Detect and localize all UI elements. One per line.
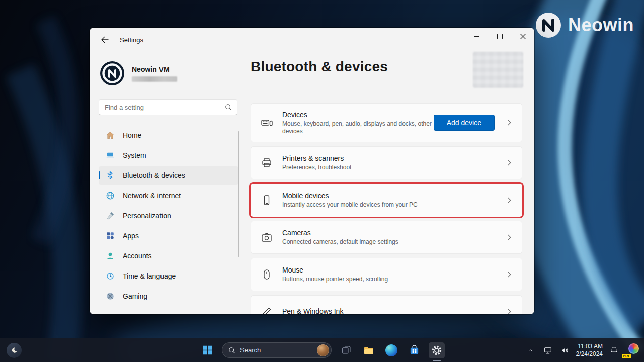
printer-icon <box>260 157 273 169</box>
settings-window: Settings <box>90 28 534 314</box>
sidebar-item-network-internet[interactable]: Network & internet <box>99 187 238 205</box>
taskbar-center: Search <box>199 342 445 358</box>
neowin-wordmark: Neowin <box>568 15 634 36</box>
store-button[interactable] <box>406 342 422 358</box>
main-content: Bluetooth & devices Devices <box>245 52 534 314</box>
insider-pinwheel-icon <box>628 343 639 354</box>
sidebar-item-label: System <box>123 151 146 159</box>
desktop: Neowin Settings <box>0 0 644 362</box>
taskbar-search[interactable]: Search <box>222 342 332 358</box>
search-icon <box>228 347 235 354</box>
settings-taskbar-button[interactable] <box>429 342 445 358</box>
sidebar-item-gaming[interactable]: Gaming <box>99 287 238 305</box>
notification-bell-button[interactable] <box>608 343 620 358</box>
card-devices[interactable]: Devices Mouse, keyboard, pen, audio, dis… <box>251 103 522 142</box>
moon-icon <box>10 346 18 354</box>
chevron-right-icon <box>506 197 513 204</box>
card-mobile-devices[interactable]: Mobile devices Instantly access your mob… <box>251 184 522 217</box>
gear-icon <box>431 345 442 356</box>
personalization-icon <box>106 211 115 220</box>
chevron-right-icon <box>506 119 513 126</box>
sidebar-item-label: Home <box>123 131 141 139</box>
sidebar: Neowin VM Home <box>90 52 245 314</box>
window-title: Settings <box>120 36 143 44</box>
card-title: Cameras <box>282 229 398 237</box>
chevron-right-icon <box>506 308 513 314</box>
accounts-icon <box>106 251 115 260</box>
sidebar-scrollbar[interactable] <box>238 131 239 257</box>
chevron-up-icon <box>527 347 534 354</box>
user-account[interactable]: Neowin VM <box>100 61 237 86</box>
sidebar-item-label: Network & internet <box>123 192 181 200</box>
settings-card-list: Devices Mouse, keyboard, pen, audio, dis… <box>251 103 522 314</box>
card-subtitle: Mouse, keyboard, pen, audio, displays an… <box>282 120 433 135</box>
sidebar-item-label: Time & language <box>123 272 176 280</box>
close-button[interactable] <box>511 28 534 45</box>
card-text: Devices Mouse, keyboard, pen, audio, dis… <box>282 111 433 135</box>
sidebar-item-personalization[interactable]: Personalization <box>99 207 238 225</box>
sidebar-item-home[interactable]: Home <box>99 126 238 144</box>
insider-preview-badge[interactable]: PRE <box>625 342 639 358</box>
minimize-button[interactable] <box>465 28 488 45</box>
card-text: Mobile devices Instantly access your mob… <box>282 192 418 209</box>
mouse-icon <box>260 268 273 281</box>
sidebar-item-label: Personalization <box>123 212 171 220</box>
card-text: Cameras Connected cameras, default image… <box>282 229 398 246</box>
clock-date: 2/24/2024 <box>576 350 603 358</box>
sidebar-item-time-language[interactable]: Time & language <box>99 267 238 285</box>
card-printers-scanners[interactable]: Printers & scanners Preferences, trouble… <box>251 146 522 179</box>
store-icon <box>409 344 420 356</box>
bluetooth-icon <box>106 171 115 180</box>
card-subtitle: Connected cameras, default image setting… <box>282 238 398 246</box>
tray-chevron-button[interactable] <box>525 343 537 358</box>
card-title: Mouse <box>282 266 388 274</box>
user-email-redacted <box>132 76 177 82</box>
taskbar-left <box>7 343 22 358</box>
card-cameras[interactable]: Cameras Connected cameras, default image… <box>251 221 522 254</box>
pen-icon <box>260 306 273 314</box>
sidebar-item-accounts[interactable]: Accounts <box>99 247 238 265</box>
task-view-button[interactable] <box>338 342 354 358</box>
devices-icon <box>260 117 273 129</box>
maximize-button[interactable] <box>488 28 511 45</box>
network-ethernet-icon <box>543 346 552 355</box>
network-tray-button[interactable] <box>542 343 554 358</box>
sidebar-item-bluetooth-devices[interactable]: Bluetooth & devices <box>99 166 238 185</box>
back-arrow-icon <box>101 36 109 44</box>
card-subtitle: Instantly access your mobile devices fro… <box>282 201 418 209</box>
system-icon <box>106 151 115 160</box>
insider-pre-label: PRE <box>622 354 631 358</box>
file-explorer-button[interactable] <box>361 342 377 358</box>
card-subtitle: Preferences, troubleshoot <box>282 164 351 171</box>
system-tray: 11:03 AM 2/24/2024 PRE <box>525 342 639 358</box>
neowin-watermark: Neowin <box>535 12 634 38</box>
time-language-icon <box>106 272 115 281</box>
sidebar-item-system[interactable]: System <box>99 146 238 164</box>
neowin-logo-icon <box>535 12 561 38</box>
search-daily-image <box>317 344 329 356</box>
sidebar-item-label: Apps <box>123 232 139 240</box>
start-button[interactable] <box>199 342 215 358</box>
edge-button[interactable] <box>383 342 399 358</box>
titlebar: Settings <box>90 28 534 52</box>
speaker-icon <box>560 346 570 355</box>
card-mouse[interactable]: Mouse Buttons, mouse pointer speed, scro… <box>251 258 522 291</box>
sidebar-item-label: Accounts <box>123 252 152 260</box>
back-button[interactable] <box>96 32 114 47</box>
card-pen-windows-ink[interactable]: Pen & Windows Ink <box>251 295 522 314</box>
card-subtitle: Buttons, mouse pointer speed, scrolling <box>282 276 388 283</box>
search-input[interactable] <box>99 99 237 115</box>
apps-icon <box>106 231 115 240</box>
taskbar-clock[interactable]: 11:03 AM 2/24/2024 <box>576 343 603 358</box>
task-view-icon <box>341 345 352 355</box>
sidebar-item-label: Gaming <box>123 292 147 300</box>
card-text: Printers & scanners Preferences, trouble… <box>282 154 351 171</box>
add-device-button[interactable]: Add device <box>434 115 495 131</box>
volume-tray-button[interactable] <box>559 343 571 358</box>
sidebar-item-apps[interactable]: Apps <box>99 227 238 245</box>
widgets-weather-button[interactable] <box>7 343 22 358</box>
gaming-icon <box>106 292 115 301</box>
taskbar: Search <box>0 338 644 362</box>
bell-icon <box>610 346 618 354</box>
sidebar-nav: Home System Bluetooth & devices <box>99 126 238 305</box>
